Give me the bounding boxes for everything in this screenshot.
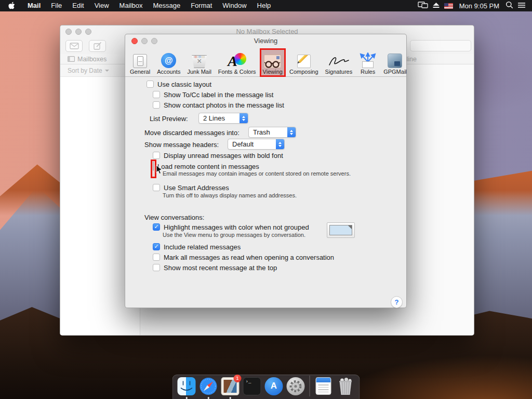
dock-finder[interactable] (178, 377, 196, 395)
highlight-subtext: Use the View menu to group messages by c… (163, 232, 305, 238)
dock-mail[interactable]: 1 (221, 377, 240, 395)
dock-document[interactable] (315, 377, 333, 395)
keyboard-flag-icon[interactable] (444, 3, 453, 9)
get-mail-button[interactable] (65, 40, 83, 52)
checkbox-label: Display unread messages with bold font (164, 152, 283, 159)
prefs-tab-junk-mail[interactable]: Junk Mail (185, 49, 212, 75)
dock-safari[interactable] (200, 377, 218, 395)
dock-separator (310, 376, 310, 396)
envelope-icon (70, 43, 79, 49)
remote-content-subtext: Email messages may contain images or con… (163, 170, 351, 177)
checkbox-bold-unread[interactable] (153, 152, 160, 159)
menu-item-edit[interactable]: Edit (67, 0, 89, 11)
sidebar-icon (68, 56, 75, 62)
dock-app-store[interactable] (265, 377, 283, 395)
spotlight-icon[interactable] (506, 1, 513, 10)
smart-addresses-subtext: Turn this off to always display names an… (163, 192, 297, 198)
signatures-icon (327, 55, 350, 68)
checkbox-label: Mark all messages as read when opening a… (164, 254, 334, 261)
safari-icon (200, 377, 218, 395)
notification-center-icon[interactable] (517, 2, 526, 10)
mail-badge: 1 (234, 375, 242, 382)
checkbox-contact-photos[interactable] (153, 101, 160, 109)
menu-bar-left: Mail File Edit View Mailbox Message Form… (0, 0, 276, 11)
menu-item-help[interactable]: Help (252, 0, 276, 11)
finder-icon (178, 377, 196, 395)
prefs-tab-accounts[interactable]: Accounts (155, 49, 182, 75)
checkbox-show-tocc[interactable] (153, 91, 160, 98)
preferences-window: Viewing General Accounts Junk Mail Fonts… (125, 34, 407, 308)
fonts-colors-icon (228, 52, 246, 68)
checkbox-label: Include related messages (164, 243, 241, 251)
gear-icon (287, 377, 305, 395)
prefs-tab-general[interactable]: General (128, 49, 152, 75)
popup-stepper-icon (240, 113, 248, 123)
mouse-cursor (156, 165, 163, 175)
rules-icon (359, 52, 377, 68)
color-swatch (329, 225, 352, 235)
dock-terminal[interactable]: ›_ (243, 377, 261, 395)
row-highlight-messages: Highlight messages with color when not g… (153, 223, 309, 231)
prefs-tab-rules[interactable]: Rules (357, 49, 378, 75)
junk-mail-icon (191, 55, 207, 68)
prefs-toolbar: General Accounts Junk Mail Fonts & Color… (125, 45, 406, 77)
compose-icon (94, 42, 102, 50)
prefs-tab-viewing[interactable]: Viewing (261, 49, 284, 75)
prefs-tab-composing[interactable]: Composing (288, 49, 320, 75)
menu-item-file[interactable]: File (46, 0, 67, 11)
accounts-icon (161, 53, 176, 68)
app-store-icon (265, 377, 283, 395)
checkbox-recent-top[interactable] (153, 264, 160, 271)
row-use-classic-layout: Use classic layout (147, 80, 211, 88)
row-show-tocc: Show To/Cc label in the message list (153, 90, 273, 99)
menu-item-view[interactable]: View (89, 0, 114, 11)
dock-system-preferences[interactable] (287, 377, 305, 395)
dock: 1 ›_ (172, 375, 360, 399)
checkbox-label: Show To/Cc label in the message list (164, 91, 273, 99)
row-include-related: Include related messages (153, 243, 241, 251)
help-button[interactable]: ? (391, 296, 403, 308)
dock-trash[interactable] (337, 377, 355, 395)
document-icon (316, 377, 331, 395)
list-preview-label: List Preview: (150, 115, 188, 123)
running-indicator (185, 397, 188, 399)
prefs-tab-gpgmail[interactable]: GPGMail (382, 49, 408, 75)
compose-button[interactable] (89, 40, 106, 52)
apple-menu-icon[interactable] (0, 2, 22, 10)
prefs-tab-fonts-colors[interactable]: Fonts & Colors (217, 49, 258, 75)
general-icon (133, 54, 147, 68)
row-recent-top: Show most recent message at the top (153, 263, 277, 272)
highlight-color-well[interactable] (327, 222, 355, 238)
menu-bar: Mail File Edit View Mailbox Message Form… (0, 0, 532, 11)
gpgmail-icon (388, 54, 402, 68)
checkbox-label: Highlight messages with color when not g… (164, 223, 309, 231)
checkbox-use-classic-layout[interactable] (147, 81, 154, 88)
menu-item-message[interactable]: Message (148, 0, 185, 11)
row-load-remote-content: Load remote content in messages (153, 162, 259, 170)
message-headers-popup[interactable]: Default (228, 139, 285, 150)
menu-item-mailbox[interactable]: Mailbox (114, 0, 148, 11)
popup-stepper-icon (276, 139, 284, 149)
eject-icon[interactable] (432, 2, 440, 10)
menu-item-mail[interactable]: Mail (22, 0, 46, 11)
view-conversations-label: View conversations: (144, 214, 204, 221)
discarded-messages-popup[interactable]: Trash (248, 127, 296, 138)
menu-item-window[interactable]: Window (217, 0, 251, 11)
displays-icon[interactable] (418, 2, 428, 10)
list-preview-popup[interactable]: 2 Lines (198, 113, 248, 124)
menu-item-format[interactable]: Format (185, 0, 217, 11)
discarded-messages-label: Move discarded messages into: (144, 129, 240, 137)
prefs-window-title: Viewing (125, 37, 406, 45)
checkbox-smart-addresses[interactable] (153, 184, 160, 191)
checkbox-highlight-messages[interactable] (153, 223, 160, 231)
checkbox-include-related[interactable] (153, 243, 160, 250)
prefs-tab-signatures[interactable]: Signatures (324, 49, 354, 75)
menu-bar-clock[interactable]: Mon 9:05 PM (457, 2, 501, 10)
chevron-down-icon (105, 70, 109, 72)
checkbox-mark-all-read[interactable] (153, 254, 160, 261)
viewing-icon (264, 55, 281, 68)
row-contact-photos: Show contact photos in the message list (153, 101, 284, 109)
mailboxes-toggle[interactable]: Mailboxes (68, 56, 107, 63)
checkbox-label: Use classic layout (157, 81, 211, 88)
mail-search-field[interactable] (410, 40, 471, 51)
